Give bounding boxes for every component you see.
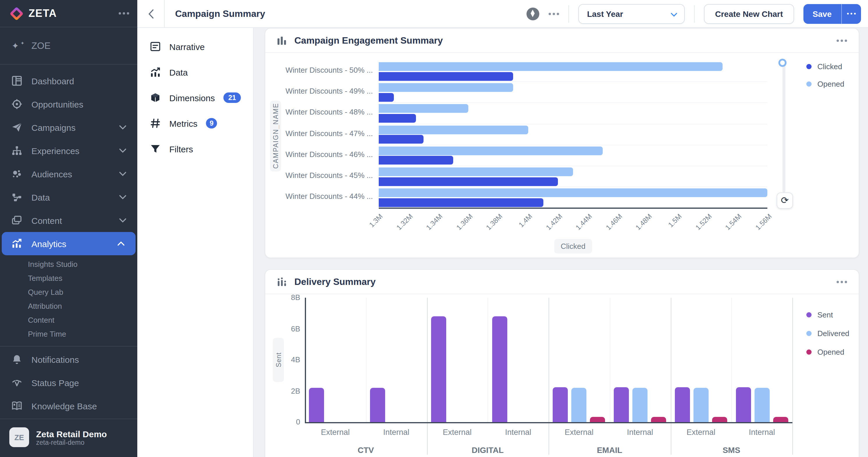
bar-sent-email-external[interactable] <box>553 387 568 422</box>
sidebar-item-knowledge-base[interactable]: Knowledge Base <box>0 394 137 418</box>
card-menu-icon[interactable] <box>837 39 847 41</box>
chart-scrollbar-handle[interactable] <box>778 59 786 67</box>
open-book-icon <box>12 401 22 411</box>
bar-opened[interactable] <box>379 146 603 155</box>
sidebar-item-label: Audiences <box>31 169 72 179</box>
x-axis-line <box>305 422 793 423</box>
bar-sent-sms-external[interactable] <box>675 387 690 422</box>
bar-clicked[interactable] <box>379 198 543 207</box>
bar-chart-icon <box>277 35 287 45</box>
sidebar-item-label: Experiences <box>31 145 80 156</box>
subgroup-label: Internal <box>488 428 548 437</box>
zoe-label: ZOE <box>31 40 51 51</box>
submenu-item-query-lab[interactable]: Query Lab <box>0 286 137 299</box>
save-button[interactable]: Save <box>803 4 841 24</box>
save-overflow-button[interactable] <box>841 4 861 24</box>
bar-delivered-sms-external[interactable] <box>693 388 709 422</box>
bar-sent-digital-external[interactable] <box>431 316 446 422</box>
refresh-button[interactable]: ⟳ <box>777 192 793 209</box>
bar-clicked[interactable] <box>379 177 558 186</box>
submenu-item-prime-time[interactable]: Prime Time <box>0 327 137 341</box>
bar-opened-email-external[interactable] <box>590 417 605 422</box>
sidebar-item-content[interactable]: Content <box>0 209 137 232</box>
sidebar-item-notifications[interactable]: Notifications <box>0 348 137 371</box>
panel-item-filters[interactable]: Filters <box>137 136 253 162</box>
panel-item-metrics[interactable]: Metrics 9 <box>137 110 253 136</box>
sidebar-item-status-page[interactable]: Status Page <box>0 371 137 394</box>
legend-dot <box>806 331 812 336</box>
dashboard-grid-icon <box>12 75 22 86</box>
card-menu-icon[interactable] <box>837 281 847 283</box>
sidebar-item-audiences[interactable]: Audiences <box>0 162 137 186</box>
topbar-overflow-icon[interactable] <box>549 12 559 15</box>
bar-sent-sms-internal[interactable] <box>736 387 751 422</box>
sidebar-item-analytics[interactable]: Analytics <box>2 232 135 255</box>
bar-opened-sms-external[interactable] <box>712 417 727 422</box>
bar-sent-digital-internal[interactable] <box>492 316 507 422</box>
account-switcher[interactable]: ZE Zeta Retail Demo zeta-retail-demo <box>0 420 137 454</box>
group-label: SMS <box>671 445 793 455</box>
sidebar-item-zoe[interactable]: ✦✦ ZOE <box>0 27 137 65</box>
sidebar-item-dashboard[interactable]: Dashboard <box>0 69 137 93</box>
back-button[interactable] <box>137 0 164 27</box>
bar-opened[interactable] <box>379 188 767 197</box>
bar-opened[interactable] <box>379 62 722 71</box>
sidebar-bottom-nav: NotificationsStatus PageKnowledge Base <box>0 348 137 418</box>
subgroup-label: External <box>305 428 366 437</box>
sidebar-item-experiences[interactable]: Experiences <box>0 139 137 162</box>
legend-item-opened[interactable]: Opened <box>806 348 849 356</box>
sidebar-item-opportunities[interactable]: Opportunities <box>0 93 137 116</box>
account-name: Zeta Retail Demo <box>36 429 107 439</box>
bar-delivered-email-external[interactable] <box>571 388 587 422</box>
bar-sent-email-internal[interactable] <box>614 387 629 422</box>
bar-opened[interactable] <box>379 83 513 92</box>
submenu-item-content[interactable]: Content <box>0 314 137 327</box>
sidebar-item-campaigns[interactable]: Campaigns <box>0 116 137 139</box>
row-gridline <box>379 81 767 82</box>
x-axis-line <box>379 208 767 209</box>
panel-item-dimensions[interactable]: Dimensions 21 <box>137 85 253 110</box>
y-tick: 8B <box>282 293 300 302</box>
sidebar-item-label: Data <box>31 192 50 202</box>
bar-opened[interactable] <box>379 125 528 134</box>
sidebar-overflow-icon[interactable] <box>119 12 129 14</box>
bar-opened-sms-internal[interactable] <box>773 417 788 422</box>
sidebar-item-label: Campaigns <box>31 122 75 132</box>
chart-config-panel: Narrative Data Dimensions 21 Metrics 9 F… <box>137 28 254 457</box>
chart-scrollbar-track[interactable] <box>782 61 785 192</box>
bar-delivered-sms-internal[interactable] <box>754 388 769 422</box>
y-axis-line <box>305 298 306 422</box>
time-range-select[interactable]: Last Year <box>578 4 685 24</box>
panel-item-data[interactable]: Data <box>137 59 253 85</box>
submenu-item-insights-studio[interactable]: Insights Studio <box>0 258 137 271</box>
submenu-item-attribution[interactable]: Attribution <box>0 299 137 314</box>
category-label: Winter Discounts - 50% ... <box>265 66 373 74</box>
bar-clicked[interactable] <box>379 156 454 165</box>
bar-sent-ctv-internal[interactable] <box>370 388 385 422</box>
bar-clicked[interactable] <box>379 93 394 101</box>
sidebar-item-data[interactable]: Data <box>0 186 137 209</box>
category-label: Winter Discounts - 48% ... <box>265 108 373 117</box>
submenu-item-templates[interactable]: Templates <box>0 271 137 286</box>
compass-icon[interactable] <box>527 7 539 20</box>
group-label: CTV <box>305 445 427 455</box>
bar-delivered-email-internal[interactable] <box>632 388 648 422</box>
bar-clicked[interactable] <box>379 72 513 80</box>
status-signal-icon <box>12 377 22 388</box>
chart-title: Delivery Summary <box>294 276 375 287</box>
legend-item-opened[interactable]: Opened <box>806 80 844 88</box>
legend-item-clicked[interactable]: Clicked <box>806 62 844 71</box>
legend-item-delivered[interactable]: Delivered <box>806 329 849 338</box>
legend-item-sent[interactable]: Sent <box>806 311 849 319</box>
topbar: Campaign Summary Last Year Create New Ch… <box>137 0 868 28</box>
subgroup-label: Internal <box>610 428 670 437</box>
bar-sent-ctv-external[interactable] <box>309 388 324 422</box>
bar-opened[interactable] <box>379 104 468 113</box>
bar-clicked[interactable] <box>379 114 416 123</box>
panel-item-narrative[interactable]: Narrative <box>137 34 253 59</box>
bar-clicked[interactable] <box>379 135 424 143</box>
create-new-chart-button[interactable]: Create New Chart <box>704 4 794 24</box>
legend-dot <box>806 81 812 87</box>
bar-opened[interactable] <box>379 167 573 176</box>
bar-opened-email-internal[interactable] <box>651 417 666 422</box>
